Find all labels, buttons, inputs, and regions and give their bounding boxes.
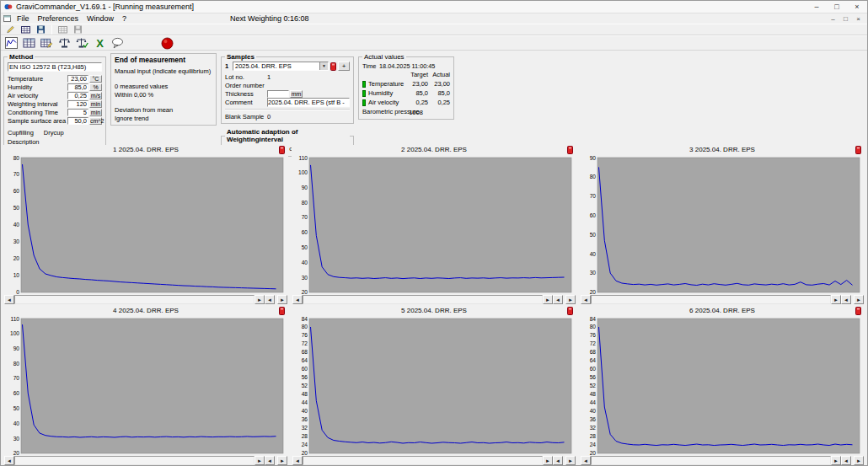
application-window: GraviCommander_V1.69.1 - [Running measur… [0,0,868,466]
scroll-right-button[interactable]: ► [255,456,265,465]
humidity-value-field[interactable]: 85,0 [67,83,88,91]
close-button[interactable]: × [847,1,867,13]
conditioning-time-value-field[interactable]: 5 [67,109,88,116]
table-icon[interactable] [21,36,37,50]
scroll-prev-button[interactable]: ◄ [841,295,851,304]
chart-scrollbar: ◄►◄► [580,456,865,465]
scroll-end-button[interactable]: ► [854,295,864,304]
scroll-right-button[interactable]: ► [543,456,553,465]
chart-icon[interactable] [3,36,19,50]
actual-values-title: Actual values [362,53,406,61]
scroll-track[interactable] [14,295,255,304]
menu-file[interactable]: File [13,14,34,23]
svg-text:20: 20 [13,450,20,456]
scroll-prev-button[interactable]: ◄ [265,295,275,304]
grid-disabled-icon[interactable] [56,24,70,35]
scroll-right-button[interactable]: ► [831,456,841,465]
comment-icon[interactable] [110,36,126,50]
actual-row-temperature: Temperature 23,00 23,00 [362,79,450,88]
actual-temperature-label: Temperature [368,80,406,88]
sample-device-icon [567,307,573,315]
chart-header: 4 2025.04. DRR. EPS [3,306,288,316]
actual-values-panel: Actual values Time 18.04.2025 11:00:45 T… [358,53,454,120]
scroll-track[interactable] [14,456,255,465]
scroll-right-button[interactable]: ► [255,295,265,304]
samples-divider [225,109,350,110]
lot-label: Lot no. [225,73,267,81]
svg-text:0: 0 [16,289,19,295]
scroll-left-button[interactable]: ◄ [581,456,591,465]
scroll-left-button[interactable]: ◄ [4,456,14,465]
menu-preferences[interactable]: Preferences [34,14,83,23]
air-velocity-target: 0,25 [406,99,428,106]
chart-plot: 1101009080706050403020 [292,155,576,295]
scroll-end-button[interactable]: ► [277,295,287,304]
svg-text:40: 40 [590,408,597,414]
mdi-restore-button[interactable]: □ [839,15,852,23]
svg-text:80: 80 [13,155,20,161]
edit-pencil-icon[interactable] [3,24,18,35]
save-disabled-icon[interactable] [71,24,85,35]
table-edit-icon[interactable] [39,36,55,50]
air-velocity-value-field[interactable]: 0,25 [67,92,88,99]
scroll-right-button[interactable]: ► [543,295,553,304]
scroll-left-button[interactable]: ◄ [4,295,14,304]
sample-dropdown[interactable]: 2025.04. DRR. EPS ▼ [233,62,329,71]
air-velocity-label: Air velocity [8,92,67,99]
toolbar-row-1 [1,24,867,35]
save-icon[interactable] [34,24,48,35]
weighting-interval-value-field[interactable]: 120 [67,100,88,108]
chart-title: 3 2025.04. DRR. EPS [689,146,755,153]
mdi-close-button[interactable]: × [852,15,865,23]
menu-help[interactable]: ? [118,14,131,23]
order-number-label: Order number [225,82,267,89]
scroll-left-button[interactable]: ◄ [292,456,303,465]
stop-measurement-button[interactable] [159,36,175,50]
sample-device-icon [855,146,861,154]
svg-text:80: 80 [590,324,597,329]
balance-icon[interactable] [56,36,72,50]
scroll-right-button[interactable]: ► [831,295,841,304]
actual-row-air-velocity: Air velocity 0,25 0,25 [362,98,450,107]
minimize-button[interactable]: – [806,1,827,13]
scroll-left-button[interactable]: ◄ [581,295,591,304]
maximize-button[interactable]: □ [827,1,847,13]
mdi-minimize-button[interactable]: – [827,15,839,23]
chart-plot: 8480767268646056524844403632282420 [292,316,576,456]
cupfilling-value: Drycup [44,129,64,137]
chart-plot: 80706050403020100 [3,155,288,295]
sample-surface-area-value-field[interactable]: 50,0 [67,117,88,125]
grid-icon[interactable] [19,24,33,35]
scroll-track[interactable] [303,295,543,304]
air-velocity-unit: m/s [89,92,102,99]
scroll-track[interactable] [303,456,543,465]
scroll-left-button[interactable]: ◄ [292,295,303,304]
thickness-field[interactable] [267,90,289,98]
scroll-end-button[interactable]: ► [854,456,864,465]
add-sample-button[interactable]: + [338,62,350,71]
scroll-track[interactable] [591,456,831,465]
menu-window[interactable]: Window [83,14,118,23]
svg-text:64: 64 [590,357,597,363]
temperature-value-field[interactable]: 23,00 [67,75,88,83]
chevron-down-icon[interactable]: ▼ [319,62,328,70]
scroll-track[interactable] [591,295,831,304]
scroll-end-button[interactable]: ► [565,295,576,304]
thickness-row: Thickness mm [225,89,350,98]
scroll-end-button[interactable]: ► [565,456,576,465]
time-label: Time [362,62,379,70]
toolbar-separator [51,25,52,35]
excel-icon[interactable]: X [92,36,108,50]
chart-scrollbar: ◄►◄► [292,295,576,304]
comment-row: Comment 2025.04. DRR. EPS (stf B - [225,98,350,106]
method-standard-field[interactable]: EN ISO 12572 B (T23,H85) [8,62,102,72]
balance-check-icon[interactable] [74,36,90,50]
scroll-prev-button[interactable]: ◄ [841,456,851,465]
temperature-label: Temperature [8,75,67,83]
scroll-prev-button[interactable]: ◄ [265,456,275,465]
scroll-end-button[interactable]: ► [277,456,287,465]
comment-field[interactable]: 2025.04. DRR. EPS (stf B - [267,98,350,107]
svg-text:28: 28 [590,433,597,439]
scroll-prev-button[interactable]: ◄ [553,456,563,465]
scroll-prev-button[interactable]: ◄ [553,295,563,304]
